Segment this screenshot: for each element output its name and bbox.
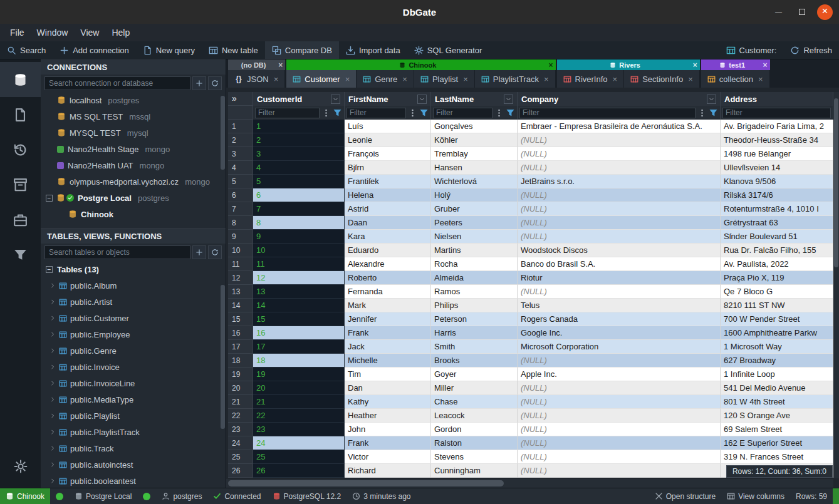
grid-cell[interactable]: Harris: [431, 326, 518, 340]
kebab-menu-icon[interactable]: [321, 108, 331, 118]
grid-cell[interactable]: 700 W Pender Street: [721, 312, 833, 326]
close-icon[interactable]: [688, 75, 693, 84]
chevron-right-icon[interactable]: [50, 478, 56, 484]
column-header-firstname[interactable]: FirstName: [345, 92, 431, 106]
grid-cell[interactable]: Grétrystraat 63: [721, 216, 833, 230]
close-icon[interactable]: [613, 75, 618, 84]
grid-cell[interactable]: 23: [253, 423, 345, 436]
grid-cell[interactable]: 801 W 4th Street: [721, 395, 833, 409]
chevron-right-icon[interactable]: [50, 299, 56, 305]
grid-cell[interactable]: (NULL): [518, 188, 721, 202]
row-number[interactable]: 7: [228, 202, 253, 216]
filter-input-lastname[interactable]: [433, 108, 492, 118]
grid-cell[interactable]: (NULL): [518, 381, 721, 395]
grid-cell[interactable]: 3: [253, 147, 345, 161]
grid-cell[interactable]: Ralston: [431, 436, 518, 450]
grid-cell[interactable]: Kara: [345, 230, 431, 244]
column-header-customerid[interactable]: CustomerId: [253, 92, 345, 106]
grid-cell[interactable]: Martins: [431, 244, 518, 257]
filter-funnel-icon[interactable]: [506, 108, 515, 118]
grid-cell[interactable]: (NULL): [518, 409, 721, 423]
grid-cell[interactable]: 26: [253, 464, 345, 478]
grid-cell[interactable]: (NULL): [518, 436, 721, 450]
tab-genre[interactable]: Genre: [357, 70, 414, 88]
grid-cell[interactable]: 18: [253, 354, 345, 368]
column-header-address[interactable]: Address: [721, 92, 833, 106]
grid-cell[interactable]: Heather: [345, 409, 431, 423]
grid-cell[interactable]: Philips: [431, 299, 518, 312]
grid-cell[interactable]: (NULL): [518, 147, 721, 161]
grid-cell[interactable]: 1498 rue Bélanger: [721, 147, 833, 161]
row-number[interactable]: 19: [228, 368, 253, 381]
grid-cell[interactable]: Apple Inc.: [518, 368, 721, 381]
connections-scrollbar[interactable]: [221, 96, 225, 170]
menu-view[interactable]: View: [74, 28, 105, 38]
grid-cell[interactable]: JetBrains s.r.o.: [518, 175, 721, 188]
row-number[interactable]: 2: [228, 133, 253, 147]
horizontal-scroll-thumb[interactable]: [228, 480, 504, 486]
grid-cell[interactable]: 4: [253, 161, 345, 175]
table-public-invoice[interactable]: public.Invoice: [41, 359, 226, 375]
grid-cell[interactable]: Alexandre: [345, 257, 431, 271]
chevron-down-icon[interactable]: [504, 95, 513, 104]
filter-input-company[interactable]: [519, 108, 696, 118]
chevron-down-icon[interactable]: [707, 95, 716, 104]
grid-cell[interactable]: Leacock: [431, 409, 518, 423]
kebab-menu-icon[interactable]: [697, 108, 707, 118]
grid-cell[interactable]: 22: [253, 409, 345, 423]
vertical-scroll-thumb[interactable]: [834, 98, 838, 267]
close-icon[interactable]: [763, 61, 768, 69]
tab-riverinfo[interactable]: RiverInfo: [557, 70, 625, 88]
grid-cell[interactable]: Peeters: [431, 216, 518, 230]
close-icon[interactable]: [544, 75, 549, 84]
filter-input-address[interactable]: [722, 108, 831, 118]
grid-cell[interactable]: Goyer: [431, 368, 518, 381]
grid-cell[interactable]: Gonçalves: [431, 120, 518, 133]
tab-group-header[interactable]: test1: [701, 59, 770, 70]
menu-window[interactable]: Window: [31, 28, 75, 38]
refresh-connections-button[interactable]: [208, 76, 222, 90]
grid-cell[interactable]: Rogers Canada: [518, 312, 721, 326]
vertical-scrollbar[interactable]: [833, 92, 839, 478]
row-number[interactable]: 21: [228, 395, 253, 409]
close-icon[interactable]: [345, 75, 350, 84]
row-number[interactable]: 5: [228, 175, 253, 188]
grid-cell[interactable]: (NULL): [518, 285, 721, 299]
table-public-track[interactable]: public.Track: [41, 440, 226, 456]
tables-group-row[interactable]: Tables (13): [41, 261, 226, 277]
chevron-right-icon[interactable]: [50, 445, 56, 451]
status-view-columns[interactable]: View columns: [721, 488, 790, 504]
toolbar-search-button[interactable]: Search: [0, 41, 53, 59]
sidebar-settings-button[interactable]: [0, 449, 41, 484]
grid-cell[interactable]: 1600 Amphitheatre Parkw: [721, 326, 833, 340]
kebab-menu-icon[interactable]: [494, 108, 504, 118]
grid-cell[interactable]: 16: [253, 326, 345, 340]
grid-cell[interactable]: (NULL): [518, 216, 721, 230]
grid-cell[interactable]: 1 Microsoft Way: [721, 340, 833, 354]
row-number[interactable]: 11: [228, 257, 253, 271]
grid-cell[interactable]: 162 E Superior Street: [721, 436, 833, 450]
toolbar-add-connection-button[interactable]: Add connection: [53, 41, 136, 59]
grid-cell[interactable]: Frank: [345, 326, 431, 340]
grid-cell[interactable]: Richard: [345, 464, 431, 478]
grid-cell[interactable]: Daan: [345, 216, 431, 230]
grid-cell[interactable]: 12: [253, 271, 345, 285]
grid-cell[interactable]: Sſnder Boulevard 51: [721, 230, 833, 244]
grid-cell[interactable]: 20: [253, 381, 345, 395]
grid-cell[interactable]: 120 S Orange Ave: [721, 409, 833, 423]
table-public-album[interactable]: public.Album: [41, 277, 226, 294]
row-number[interactable]: 4: [228, 161, 253, 175]
grid-cell[interactable]: Stevens: [431, 450, 518, 464]
sidebar-connections-button[interactable]: [0, 62, 41, 97]
grid-cell[interactable]: (NULL): [518, 395, 721, 409]
row-number[interactable]: 20: [228, 381, 253, 395]
grid-cell[interactable]: 14: [253, 299, 345, 312]
toolbar-sql-generator-button[interactable]: SQL Generator: [407, 41, 489, 59]
grid-cell[interactable]: Tim: [345, 368, 431, 381]
row-number[interactable]: 9: [228, 230, 253, 244]
grid-cell[interactable]: Woodstock Discos: [518, 244, 721, 257]
grid-cell[interactable]: Holý: [431, 188, 518, 202]
grid-cell[interactable]: Rilská 3174/6: [721, 188, 833, 202]
collapse-icon[interactable]: [46, 266, 53, 273]
close-icon[interactable]: [463, 75, 468, 84]
